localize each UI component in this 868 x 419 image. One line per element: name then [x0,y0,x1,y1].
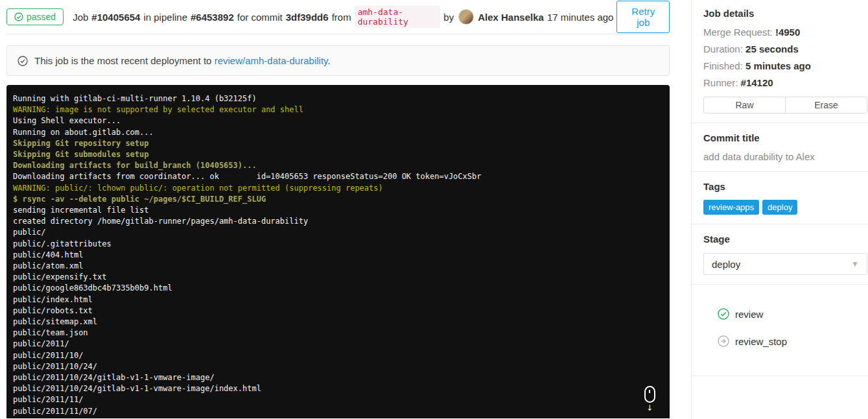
autoscroll-button[interactable]: ↓ [639,386,661,416]
time-ago: 17 minutes ago [547,12,614,23]
notice-text-after: . [327,55,330,66]
detail-label: Merge Request: [703,27,775,38]
log-line: public/sitemap.xml [13,317,97,326]
log-line: Using Shell executor... [13,116,121,125]
job-detail-row: Merge Request: !4950 [703,27,867,38]
avatar[interactable] [458,9,474,25]
stage-job-name: review_stop [735,336,787,347]
pipeline-id-link[interactable]: #6453892 [191,12,234,23]
log-line: public/2011/11/07/new-design-is-coming/ [13,418,196,418]
log-line: public/expensify.txt [13,272,107,281]
raw-button[interactable]: Raw [703,97,786,114]
log-line: Skipping Git submodules setup [13,150,149,159]
job-id: #10405654 [91,12,140,23]
detail-value: #14120 [741,77,773,88]
stage-heading: Stage [703,233,867,245]
deployment-notice: This job is the most recent deployment t… [6,45,670,76]
retry-job-button[interactable]: Retry job [616,1,670,33]
detail-value: 5 minutes ago [745,60,811,71]
job-detail-row: Runner: #14120 [703,77,867,88]
log-line: $ rsync -av --delete public ~/pages/$CI_… [13,195,266,204]
stage-job-review[interactable]: review [718,308,867,320]
log-line: WARNING: image is not supported by selec… [13,105,303,114]
for-commit-word: for commit [237,12,283,23]
detail-label: Finished: [703,60,745,71]
job-details-title: Job details [703,8,867,19]
check-circle-icon [14,12,23,21]
divider [692,224,868,224]
tag-badge[interactable]: review-apps [703,200,759,215]
commit-sha-link[interactable]: 3df39dd6 [286,12,329,23]
log-line: Running on about.gitlab.com... [13,128,154,137]
job-details-rows: Merge Request: !4950Duration: 25 seconds… [703,27,867,88]
log-line: public/2011/11/07/ [13,407,97,416]
log-line: public/2011/10/24/gitlab-v1-1-vmware-ima… [13,373,215,382]
branch-ref-link[interactable]: amh-data-durability [355,6,441,28]
notice-text-before: This job is the most recent deployment t… [34,55,211,66]
job-sidebar: Job details Merge Request: !4950Duration… [691,0,868,419]
log-line: created directory /home/gitlab-runner/pa… [13,217,308,226]
log-line: public/2011/11/ [13,395,83,404]
log-line: public/robots.txt [13,306,93,315]
detail-value: !4950 [775,27,800,38]
check-circle-icon [18,56,28,66]
author-name[interactable]: Alex Hanselka [478,12,544,23]
log-line: public/atom.xml [13,261,83,270]
arrow-down-icon: ↓ [646,404,653,412]
notice-text: This job is the most recent deployment t… [34,55,331,66]
from-word: from [332,12,351,23]
divider [692,171,868,172]
job-detail-row: Duration: 25 seconds [703,43,867,54]
log-line: public/google863dbc4b7335b0b9.html [13,283,172,293]
by-word: by [443,12,454,23]
tags-list: review-appsdeploy [703,200,867,215]
log-line: public/404.html [13,250,83,259]
status-badge: passed [6,8,64,25]
log-line: Skipping Git repository setup [13,139,149,148]
log-line: public/ [13,228,46,237]
stage-job-name: review [735,309,763,320]
log-line: public/.gitattributes [13,239,111,248]
arrow-right-circle-icon [718,335,729,347]
job-header: passed Job #10405654 in pipeline #645389… [6,0,670,34]
divider [692,123,868,123]
commit-message: add data durability to Alex [703,151,867,162]
build-log-terminal[interactable]: Running with gitlab-ci-multi-runner 1.10… [6,85,670,418]
stage-job-review_stop[interactable]: review_stop [718,335,867,347]
log-line: Downloading artifacts for build_branch (… [13,161,257,170]
stage-dropdown[interactable]: deploy ▼ [703,253,867,275]
tags-heading: Tags [703,181,867,192]
environment-link[interactable]: review/amh-data-durability [215,55,328,66]
log-line: Running with gitlab-ci-multi-runner 1.10… [13,94,257,103]
log-lines: Running with gitlab-ci-multi-runner 1.10… [13,93,670,418]
erase-button[interactable]: Erase [785,97,867,114]
job-detail-row: Finished: 5 minutes ago [703,60,867,71]
divider [692,284,868,285]
status-label: passed [27,12,56,22]
log-line: public/2011/10/ [13,351,83,360]
in-pipeline-word: in pipeline [143,12,187,23]
log-line: sending incremental file list [13,206,149,215]
stage-selected-value: deploy [712,259,740,270]
job-word: Job [73,12,88,23]
log-line: Downloading artifacts from coordinator..… [13,172,481,181]
detail-label: Duration: [703,43,745,54]
divider [692,376,868,376]
mouse-scroll-icon [644,386,655,403]
log-line: public/2011/ [13,339,69,348]
log-actions: Raw Erase [703,97,867,114]
tag-badge[interactable]: deploy [762,200,797,215]
page: passed Job #10405654 in pipeline #645389… [0,0,868,419]
log-line: public/2011/10/24/gitlab-v1-1-vmware-ima… [13,384,261,393]
detail-label: Runner: [703,77,741,88]
commit-title-heading: Commit title [703,132,867,143]
log-line: public/index.html [13,295,93,304]
check-circle-icon [718,308,729,320]
stage-jobs-list: reviewreview_stop [703,294,867,366]
log-line: public/2011/10/24/ [13,362,97,371]
log-line: WARNING: public/: lchown public/: operat… [13,184,383,193]
main-column: passed Job #10405654 in pipeline #645389… [6,0,681,419]
log-line: public/team.json [13,328,88,337]
detail-value: 25 seconds [745,43,799,54]
chevron-down-icon: ▼ [851,259,859,269]
